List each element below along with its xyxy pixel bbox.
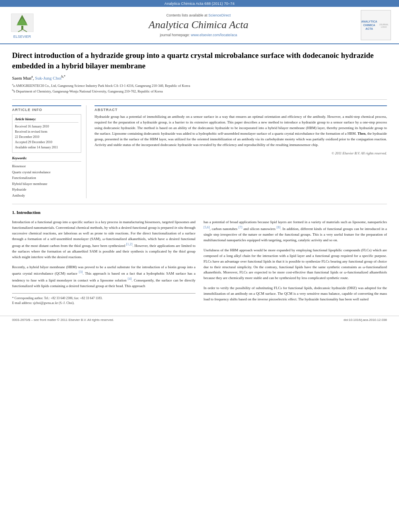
left-column: ARTICLE INFO Article history: Received 1… — [12, 105, 86, 198]
author-choi-link[interactable]: Suk-Jung Choi — [35, 76, 62, 80]
intro-col2-p1: has a potential of broad applications be… — [204, 220, 387, 243]
abstract-label: ABSTRACT — [95, 105, 387, 112]
copyright-line: © 2011 Elsevier B.V. All rights reserved… — [95, 151, 387, 155]
footer-bar: 0003-2670/$ – see front matter © 2011 El… — [0, 316, 399, 324]
footer-copyright: 0003-2670/$ – see front matter © 2011 El… — [12, 318, 114, 322]
intro-title: 1. Introduction — [12, 210, 387, 215]
article-history-box: Article history: Received 16 January 201… — [12, 114, 81, 153]
keyword-biosensor: Biosensor — [12, 163, 81, 169]
ref-1-2[interactable]: [1,2] — [126, 242, 132, 246]
keyword-functionalization: Functionalization — [12, 175, 81, 181]
footnote-email: E-mail address: sjchoi@gwnu.ac.kr (S.-J.… — [12, 301, 195, 306]
keyword-hbm: Hybrid bilayer membrane — [12, 181, 81, 187]
divider-2 — [12, 204, 387, 204]
received-date: Received 16 January 2010 — [15, 124, 78, 129]
ref-5-6[interactable]: [5,6] — [204, 226, 210, 229]
elsevier-logo: ELSEVIER — [8, 12, 36, 39]
journal-homepage-link[interactable]: www.elsevier.com/locate/aca — [191, 33, 237, 37]
keywords-section: Keywords: Biosensor Quartz crystal micro… — [12, 156, 81, 198]
keywords-title: Keywords: — [12, 156, 81, 162]
elsevier-tree-icon — [9, 12, 35, 34]
article-info-label: ARTICLE INFO — [12, 105, 81, 112]
intro-section: 1. Introduction Introduction of a functi… — [12, 210, 387, 306]
journal-title-area: Contents lists available at ScienceDirec… — [36, 13, 361, 37]
intro-body-cols: Introduction of a functional group into … — [12, 220, 387, 306]
right-column: ABSTRACT Hydrazide group has a potential… — [95, 105, 387, 198]
footnote-star: * Corresponding author. Tel.: +82 33 640… — [12, 296, 195, 301]
journal-title: Analytica Chimica Acta — [36, 19, 361, 31]
authors: Saem Muna, Suk-Jung Choib,* — [12, 75, 387, 80]
journal-right-logo: ANALYTICACHIMICAACTA JOURNAL LOGO — [361, 10, 391, 40]
intro-col2-p2: Usefulness of the HBM approach would be … — [204, 248, 387, 281]
journal-header: ELSEVIER Contents lists available at Sci… — [0, 7, 399, 44]
journal-homepage-line: journal homepage: www.elsevier.com/locat… — [36, 33, 361, 37]
sciencedirect-link[interactable]: ScienceDirect — [208, 13, 231, 17]
top-bar: Analytica Chimica Acta 688 (2011) 70–74 — [0, 0, 399, 7]
article-title: Direct introduction of a hydrazide group… — [12, 50, 387, 71]
footnote-area: * Corresponding author. Tel.: +82 33 640… — [12, 293, 195, 306]
ref-4[interactable]: [4] — [128, 277, 132, 281]
revised-date: Received in revised form22 December 2010 — [15, 129, 78, 140]
keyword-antibody: Antibody — [12, 193, 81, 198]
divider-1 — [12, 99, 387, 100]
svg-rect-1 — [21, 26, 23, 30]
ref-8[interactable]: [8] — [277, 226, 280, 229]
keyword-qcm: Quartz crystal microbalance — [12, 169, 81, 175]
article-history-title: Article history: — [15, 117, 78, 123]
intro-col2-p3: In order to verify the possibility of su… — [204, 286, 387, 302]
main-content: Direct introduction of a hydrazide group… — [0, 44, 399, 312]
abstract-text: Hydrazide group has a potential of immob… — [95, 114, 387, 148]
intro-col1-p1: Introduction of a functional group into … — [12, 220, 195, 260]
ref-7[interactable]: [7] — [239, 226, 242, 229]
intro-col1-p2: Recently, a hybrid bilyer membrane (HBM)… — [12, 265, 195, 290]
intro-col1: Introduction of a functional group into … — [12, 220, 195, 306]
intro-col2: has a potential of broad applications be… — [204, 220, 387, 306]
available-date: Available online 14 January 2011 — [15, 145, 78, 150]
contents-line: Contents lists available at ScienceDirec… — [36, 13, 361, 17]
keyword-hydrazide: Hydrazide — [12, 187, 81, 192]
accepted-date: Accepted 29 December 2010 — [15, 140, 78, 145]
ref-3[interactable]: [3] — [79, 270, 82, 274]
journal-citation: Analytica Chimica Acta 688 (2011) 70–74 — [165, 1, 234, 6]
info-abstract-section: ARTICLE INFO Article history: Received 1… — [12, 105, 387, 198]
affiliations: aa AMOGREENTECH Co., Ltd, Gangneung Scie… — [12, 83, 387, 94]
footer-doi: doi:10.1016/j.aca.2010.12.038 — [343, 318, 387, 322]
elsevier-text: ELSEVIER — [13, 35, 31, 39]
